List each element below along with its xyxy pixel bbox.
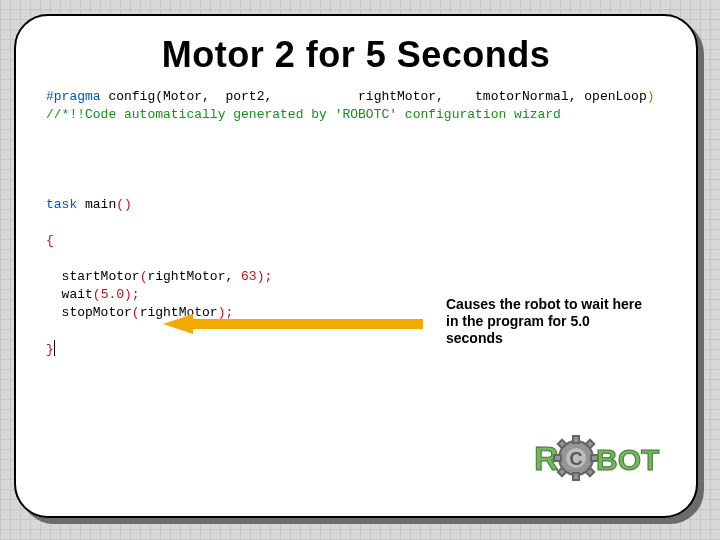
task-keyword: task (46, 197, 77, 212)
close-brace: } (46, 342, 54, 357)
robotc-logo: R C BOT (532, 426, 662, 486)
line3-end: ); (218, 305, 234, 320)
line2-end: ); (124, 287, 140, 302)
stopmotor-arg: rightMotor (140, 305, 218, 320)
paren-open-3: ( (132, 305, 140, 320)
wait-arg: 5.0 (101, 287, 124, 302)
pragma-keyword: #pragma (46, 89, 101, 104)
content-card: Motor 2 for 5 Seconds #pragma config(Mot… (14, 14, 698, 518)
paren-open-2: ( (93, 287, 101, 302)
slide-background: Motor 2 for 5 Seconds #pragma config(Mot… (0, 0, 720, 540)
line1-end: ); (257, 269, 273, 284)
svg-rect-3 (554, 455, 561, 461)
page-title: Motor 2 for 5 Seconds (16, 34, 696, 76)
svg-rect-1 (573, 436, 579, 443)
pragma-close: ) (647, 89, 655, 104)
generated-comment: //*!!Code automatically generated by 'RO… (46, 107, 561, 122)
gear-letter: C (570, 449, 583, 469)
wait-call: wait (46, 287, 93, 302)
gear-icon: C (554, 436, 598, 480)
pragma-args: config(Motor, port2, rightMotor, tmotorN… (101, 89, 647, 104)
task-name: main (77, 197, 116, 212)
logo-right-text: BOT (596, 443, 659, 476)
text-cursor (54, 340, 55, 356)
task-parens: () (116, 197, 132, 212)
svg-rect-2 (573, 473, 579, 480)
startmotor-call: startMotor (46, 269, 140, 284)
callout-text: Causes the robot to wait here in the pro… (446, 296, 646, 347)
startmotor-arg1: rightMotor, (147, 269, 241, 284)
startmotor-arg2: 63 (241, 269, 257, 284)
stopmotor-call: stopMotor (46, 305, 132, 320)
open-brace: { (46, 233, 54, 248)
